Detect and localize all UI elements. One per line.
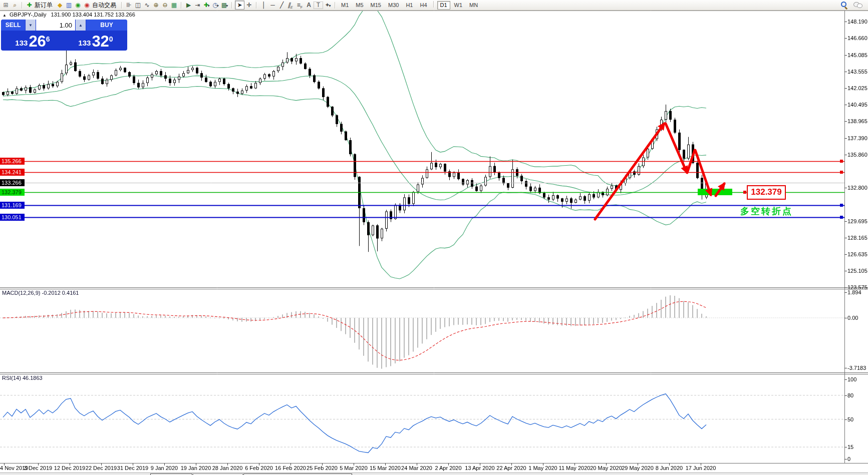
timeframe-M30[interactable]: M30 [385,1,402,10]
date-tick: 13 Apr 2020 [465,465,494,471]
terminal-icon[interactable]: ▥ [65,1,73,9]
horizontal-line-icon[interactable]: ─ [268,1,277,9]
bid-big-figure: 133 [15,39,28,47]
price-level-label: 131.169 [0,202,25,209]
date-tick: 1 May 2020 [528,465,557,471]
date-tick: 15 Mar 2020 [370,465,401,471]
macd-tick: 0.00 [847,315,858,321]
toolbar-right [840,2,866,9]
price-tick: 148.190 [847,19,867,25]
price-tick: 142.025 [847,85,867,91]
macd-tick: 1.894 [847,289,861,295]
volume-input[interactable] [36,20,75,31]
rsi-tick: 15 [847,444,853,450]
rsi-tick: 0 [847,456,850,462]
timeframe-D1[interactable]: D1 [437,1,450,10]
line-chart-icon[interactable]: ∿ [143,1,151,9]
rsi-label: RSI(14) 46.1863 [2,375,43,381]
pivot-note-text[interactable]: 多空转折点 [740,205,793,217]
data-window-icon[interactable]: ⌕ [11,1,19,9]
auto-scroll-icon[interactable]: ▶ [184,1,193,9]
date-tick: 8 Jun 2020 [656,465,683,471]
rsi-tick: 80 [847,392,853,398]
signals-icon[interactable]: ◉ [74,1,82,9]
date-tick: 24 Mar 2020 [401,465,432,471]
timeframe-group: M1M5M15M30H1H4D1W1MN [338,1,481,10]
date-tick: 16 Feb 2020 [275,465,306,471]
vertical-line-icon[interactable]: │ [259,1,268,9]
price-chart-canvas[interactable] [0,0,868,475]
search-icon[interactable] [840,2,847,9]
crosshair-icon[interactable]: ✛ [245,1,253,9]
text-label-icon[interactable]: T [314,2,323,9]
separator [22,2,23,9]
price-tick: 145.085 [847,52,867,58]
timeframe-H1[interactable]: H1 [403,1,416,10]
mt4-window: ⊞ ⌕ ✚ 新订单 ◆ ▥ ◉ ◉ 自动交易 ⊪ ◫ ∿ ⊕ ⊖ ▦ ▶ ⇥ ✚… [0,0,868,475]
chat-icon[interactable] [853,2,862,8]
auto-trading-label[interactable]: 自动交易 [92,1,116,10]
candlestick-chart-icon[interactable]: ◫ [134,1,142,9]
price-level-label: 130.051 [0,214,25,221]
timeframe-MN[interactable]: MN [466,1,481,10]
buy-button[interactable]: BUY [86,20,127,31]
date-tick: 22 Dec 2019 [86,465,117,471]
trendline-icon[interactable]: ╱ [277,1,286,9]
indicators-icon[interactable]: ✚▾ [202,1,211,9]
timeframe-H4[interactable]: H4 [417,1,430,10]
timeframe-M15[interactable]: M15 [368,1,384,10]
price-tick: 132.800 [847,185,867,191]
ask-big-figure: 133 [78,39,91,47]
chart-window-icon[interactable]: ⊞ [2,1,10,9]
level-price-box[interactable]: 132.379 [747,185,786,200]
date-tick: 12 Dec 2019 [54,465,85,471]
bid-pips: 26 [29,34,46,49]
date-tick: 2 Apr 2020 [435,465,461,471]
macd-label: MACD(12,26,9) -0.2012 0.4161 [2,290,79,296]
order-controls-row: SELL ▼ ▲ BUY [1,20,127,31]
tile-windows-icon[interactable]: ▦ [170,1,178,9]
timeframe-M1[interactable]: M1 [338,1,352,10]
one-click-trading-panel: SELL ▼ ▲ BUY 133 26 6 133 32 0 [1,20,127,51]
palette-icon[interactable]: ◆ [56,1,64,9]
timeframe-W1[interactable]: W1 [451,1,466,10]
cursor-icon[interactable]: ➤ [235,1,244,10]
date-tick: 6 Feb 2020 [245,465,273,471]
bar-chart-icon[interactable]: ⊪ [125,1,133,9]
date-tick: 3 Dec 2019 [24,465,52,471]
date-tick: 9 Jan 2020 [151,465,178,471]
chart-shift-icon[interactable]: ⇥ [193,1,202,9]
date-tick: 5 Mar 2020 [340,465,368,471]
support-highlight-bar[interactable] [698,189,732,195]
date-tick: 31 Dec 2019 [117,465,148,471]
equidistant-channel-icon[interactable]: ∥E [285,1,296,9]
date-tick: 17 Jun 2020 [686,465,716,471]
auto-trading-icon[interactable]: ◉ [83,1,91,9]
zoom-in-icon[interactable]: ⊕ [152,1,160,9]
arrows-icon[interactable]: ✦▾ [324,1,332,9]
ask-pipette: 0 [109,35,113,43]
new-order-label[interactable]: 新订单 [35,1,53,10]
volume-increase-button[interactable]: ▲ [76,20,86,31]
price-tick: 126.635 [847,251,867,257]
fibonacci-icon[interactable]: ≡F [296,1,304,9]
text-icon[interactable]: A [305,1,313,9]
separator [181,2,182,9]
price-tick: 125.105 [847,268,867,274]
symbol-period-label: GBPJPY-,Daily [10,12,47,18]
new-order-icon[interactable]: ✚ [25,1,34,9]
rsi-tick: 100 [847,376,856,382]
price-tick: 140.495 [847,102,867,108]
sell-button[interactable]: SELL [1,20,25,31]
periods-icon[interactable]: ◷▾ [211,1,220,9]
zoom-out-icon[interactable]: ⊖ [161,1,169,9]
chart-tabs-strip [0,472,868,475]
price-tick: 138.965 [847,118,867,124]
templates-icon[interactable]: ▩▾ [220,1,229,9]
timeframe-M5[interactable]: M5 [353,1,366,10]
volume-decrease-button[interactable]: ▼ [26,20,36,31]
level-box-connector [743,191,746,194]
ohlc-values: 131.900 133.404 131.752 133.266 [51,12,135,18]
price-tick: 146.660 [847,35,867,41]
ask-pips: 32 [92,34,109,49]
